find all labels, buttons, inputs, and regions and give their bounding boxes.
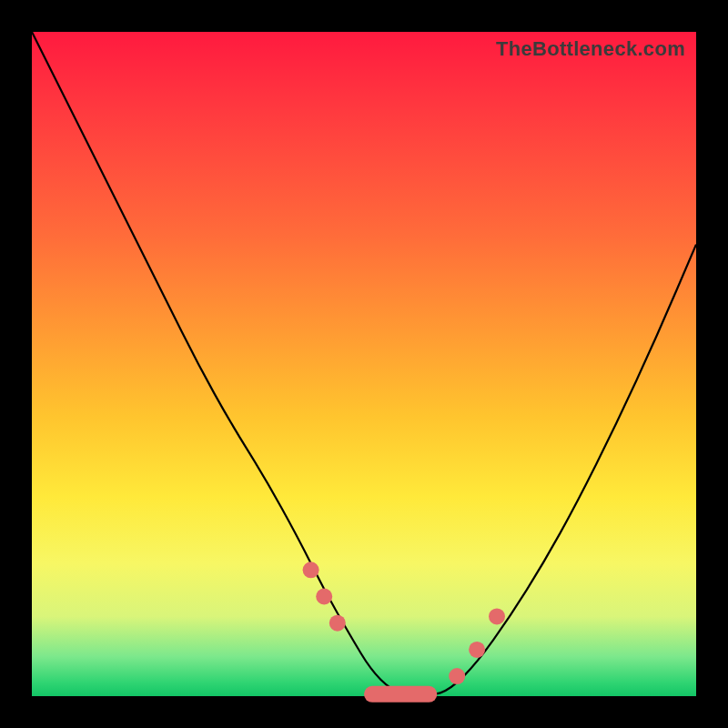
curve-marker [303,561,319,578]
bottleneck-curve [32,32,696,696]
curve-marker [469,642,485,658]
curve-flat-segment [364,686,437,703]
curve-marker [449,668,465,684]
curve-marker [489,608,505,624]
curve-marker [329,615,346,632]
chart-frame: TheBottleneck.com [0,0,728,728]
curve-marker [316,589,332,605]
plot-area: TheBottleneck.com [32,32,696,696]
